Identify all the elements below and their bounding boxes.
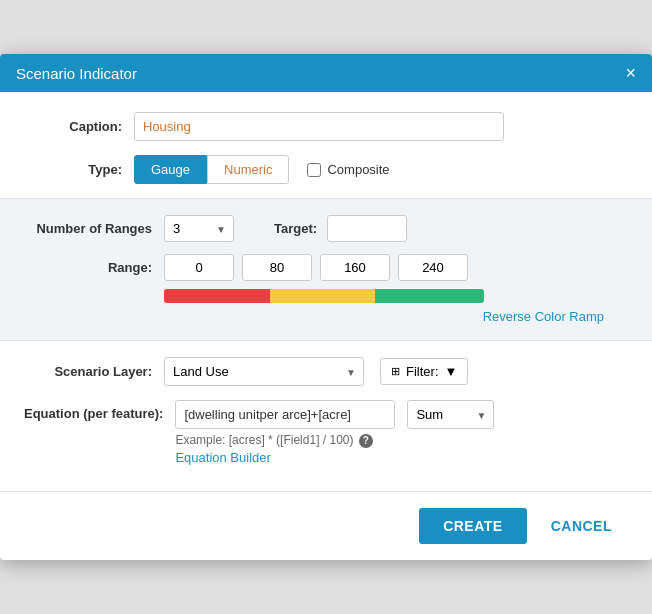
range-input-1[interactable]	[242, 254, 312, 281]
ranges-section: Number of Ranges 3 4 5 ▼ Target: Range:	[0, 198, 652, 341]
scenario-layer-row: Scenario Layer: Land Use Transportation …	[24, 357, 628, 386]
caption-label: Caption:	[24, 119, 134, 134]
scenario-layer-select-wrap: Land Use Transportation ▼	[164, 357, 364, 386]
color-bar	[164, 289, 484, 303]
equation-hint: Example: [acres] * ([Field1] / 100) ?	[175, 433, 628, 448]
filter-label: Filter:	[406, 364, 439, 379]
create-button[interactable]: CREATE	[419, 508, 527, 544]
type-label: Type:	[24, 162, 134, 177]
scenario-indicator-dialog: Scenario Indicator × Caption: Type: Gaug…	[0, 54, 652, 560]
number-of-ranges-label: Number of Ranges	[24, 221, 164, 236]
sum-select-wrap: Sum Average Count ▼	[407, 400, 494, 429]
range-input-0[interactable]	[164, 254, 234, 281]
equation-right: Sum Average Count ▼ Example: [acres] * (…	[175, 400, 628, 465]
filter-chevron-icon: ▼	[445, 364, 458, 379]
dialog-title: Scenario Indicator	[16, 65, 137, 82]
caption-row: Caption:	[24, 112, 628, 141]
dialog-footer: CREATE CANCEL	[0, 491, 652, 560]
target-label: Target:	[274, 221, 317, 236]
target-input[interactable]	[327, 215, 407, 242]
equation-inputs-row: Sum Average Count ▼	[175, 400, 628, 429]
range-row: Range:	[24, 254, 628, 281]
equation-row: Equation (per feature): Sum Average Coun…	[24, 400, 628, 465]
number-of-ranges-select-wrap: 3 4 5 ▼	[164, 215, 234, 242]
reverse-link-row: Reverse Color Ramp	[24, 309, 628, 324]
equation-example-text: Example: [acres] * ([Field1] / 100)	[175, 433, 353, 447]
type-buttons: Gauge Numeric Composite	[134, 155, 390, 184]
filter-button[interactable]: ⊞ Filter: ▼	[380, 358, 468, 385]
sum-select[interactable]: Sum Average Count	[407, 400, 494, 429]
gauge-button[interactable]: Gauge	[134, 155, 207, 184]
cancel-button[interactable]: CANCEL	[535, 508, 628, 544]
range-input-2[interactable]	[320, 254, 390, 281]
number-of-ranges-select[interactable]: 3 4 5	[164, 215, 234, 242]
equation-label: Equation (per feature):	[24, 400, 175, 423]
scenario-layer-label: Scenario Layer:	[24, 364, 164, 379]
composite-checkbox[interactable]	[307, 163, 321, 177]
numeric-button[interactable]: Numeric	[207, 155, 289, 184]
dialog-header: Scenario Indicator ×	[0, 54, 652, 92]
reverse-color-ramp-link[interactable]: Reverse Color Ramp	[483, 309, 604, 324]
close-button[interactable]: ×	[625, 64, 636, 82]
bottom-section: Scenario Layer: Land Use Transportation …	[24, 341, 628, 465]
caption-input[interactable]	[134, 112, 504, 141]
range-label: Range:	[24, 260, 164, 275]
type-row: Type: Gauge Numeric Composite	[24, 155, 628, 184]
equation-input[interactable]	[175, 400, 395, 429]
composite-text: Composite	[327, 162, 389, 177]
composite-label: Composite	[307, 162, 389, 177]
number-of-ranges-row: Number of Ranges 3 4 5 ▼ Target:	[24, 215, 628, 242]
equation-builder-link[interactable]: Equation Builder	[175, 450, 628, 465]
help-icon[interactable]: ?	[359, 434, 373, 448]
range-input-3[interactable]	[398, 254, 468, 281]
color-bar-row	[24, 289, 628, 303]
dialog-body: Caption: Type: Gauge Numeric Composite N…	[0, 92, 652, 491]
filter-layers-icon: ⊞	[391, 365, 400, 378]
scenario-layer-select[interactable]: Land Use Transportation	[164, 357, 364, 386]
range-inputs	[164, 254, 468, 281]
